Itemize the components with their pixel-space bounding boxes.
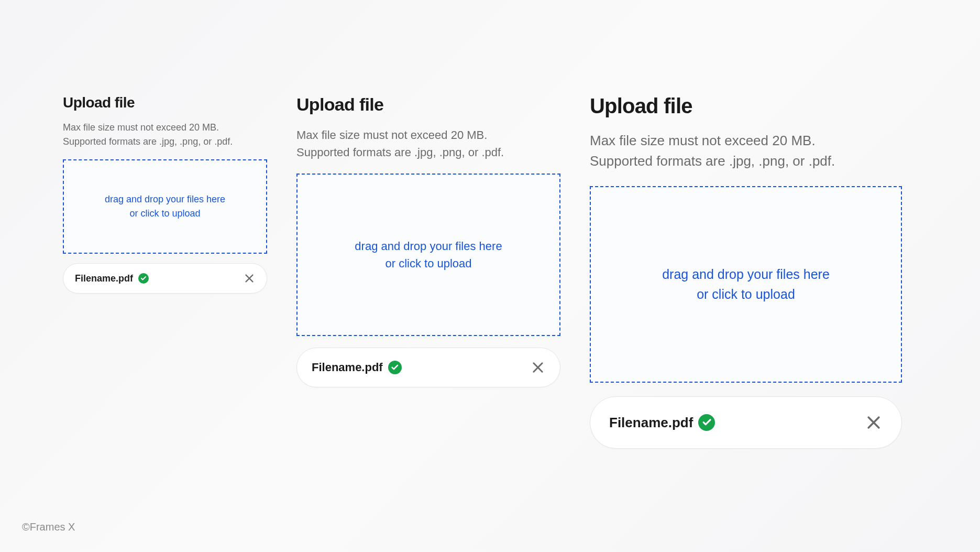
success-check-icon bbox=[388, 361, 402, 374]
remove-file-button[interactable] bbox=[244, 273, 255, 284]
dropzone-text-line-1: drag and drop your files here bbox=[355, 237, 502, 255]
uploaded-file-pill: Filename.pdf bbox=[296, 348, 560, 387]
success-check-icon bbox=[138, 273, 149, 284]
description-line-1: Max file size must not exceed 20 MB. bbox=[590, 131, 902, 151]
description-line-2: Supported formats are .jpg, .png, or .pd… bbox=[296, 144, 560, 161]
upload-description: Max file size must not exceed 20 MB. Sup… bbox=[590, 131, 902, 171]
dropzone-text-line-1: drag and drop your files here bbox=[105, 192, 225, 207]
upload-description: Max file size must not exceed 20 MB. Sup… bbox=[63, 121, 267, 149]
upload-title: Upload file bbox=[63, 94, 267, 111]
upload-widget-small: Upload file Max file size must not excee… bbox=[63, 94, 267, 294]
description-line-1: Max file size must not exceed 20 MB. bbox=[296, 126, 560, 144]
description-line-2: Supported formats are .jpg, .png, or .pd… bbox=[590, 151, 902, 171]
upload-widgets-container: Upload file Max file size must not excee… bbox=[0, 0, 980, 449]
success-check-icon bbox=[698, 414, 715, 431]
description-line-2: Supported formats are .jpg, .png, or .pd… bbox=[63, 135, 267, 149]
file-dropzone[interactable]: drag and drop your files here or click t… bbox=[63, 159, 267, 254]
uploaded-filename: Filename.pdf bbox=[312, 361, 383, 374]
dropzone-text-line-2: or click to upload bbox=[129, 207, 200, 221]
uploaded-file-pill: Filename.pdf bbox=[590, 396, 902, 449]
dropzone-text-line-2: or click to upload bbox=[385, 255, 471, 272]
upload-title: Upload file bbox=[590, 94, 902, 118]
remove-file-button[interactable] bbox=[865, 414, 883, 431]
footer-credit: ©Frames X bbox=[22, 521, 75, 533]
upload-widget-large: Upload file Max file size must not excee… bbox=[590, 94, 902, 449]
file-dropzone[interactable]: drag and drop your files here or click t… bbox=[590, 186, 902, 383]
upload-description: Max file size must not exceed 20 MB. Sup… bbox=[296, 126, 560, 161]
uploaded-filename: Filename.pdf bbox=[609, 415, 693, 431]
remove-file-button[interactable] bbox=[531, 360, 545, 375]
description-line-1: Max file size must not exceed 20 MB. bbox=[63, 121, 267, 135]
uploaded-filename: Filename.pdf bbox=[75, 273, 133, 284]
uploaded-file-pill: Filename.pdf bbox=[63, 263, 267, 294]
dropzone-text-line-1: drag and drop your files here bbox=[662, 265, 830, 285]
dropzone-text-line-2: or click to upload bbox=[697, 285, 795, 305]
upload-title: Upload file bbox=[296, 94, 560, 115]
upload-widget-medium: Upload file Max file size must not excee… bbox=[296, 94, 560, 387]
file-dropzone[interactable]: drag and drop your files here or click t… bbox=[296, 174, 560, 336]
